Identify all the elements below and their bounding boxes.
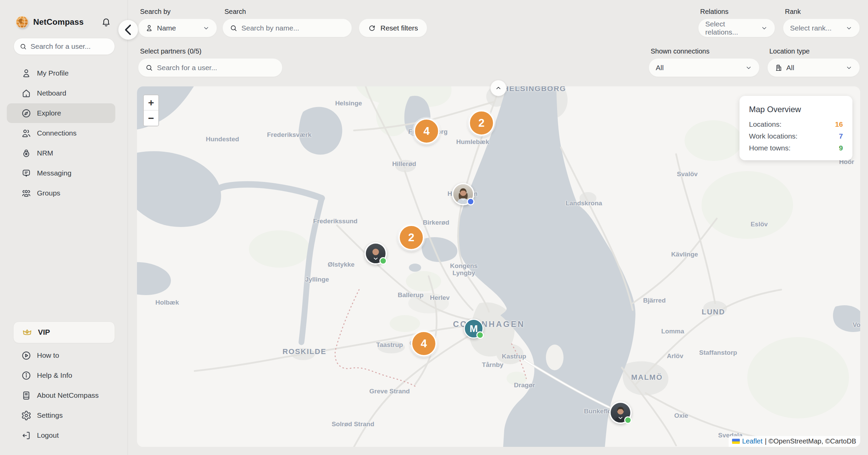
overview-row-value: 16 xyxy=(835,120,843,128)
sidebar-item-label: Messaging xyxy=(37,169,72,177)
map-overview-panel: Map Overview Locations:16Work locations:… xyxy=(739,96,852,160)
zoom-in-button[interactable]: + xyxy=(144,95,158,110)
sidebar-footer-menu: How toHelp & InfoAbout NetCompassSetting… xyxy=(0,345,127,446)
reset-filters-button[interactable]: Reset filters xyxy=(359,19,427,37)
name-search-field[interactable] xyxy=(222,19,352,37)
sidebar-item-my-profile[interactable]: My Profile xyxy=(7,63,115,83)
sidebar-item-nrm[interactable]: NRM xyxy=(7,143,115,163)
chevron-down-icon xyxy=(745,64,752,71)
logo-row: NetCompass xyxy=(0,0,127,29)
sidebar-item-connections[interactable]: Connections xyxy=(7,123,115,143)
chevron-up-icon xyxy=(495,84,502,92)
sidebar-item-settings[interactable]: Settings xyxy=(7,406,115,425)
sidebar-item-label: Netboard xyxy=(37,89,66,97)
cluster-marker[interactable]: 4 xyxy=(411,331,437,356)
leaflet-link[interactable]: Leaflet xyxy=(742,437,763,445)
location-type-badge xyxy=(476,331,484,339)
shown-connections-value: All xyxy=(656,64,664,72)
overview-row-label: Home towns: xyxy=(749,144,791,152)
crown-icon xyxy=(22,327,33,338)
cluster-marker[interactable]: 2 xyxy=(398,225,424,250)
location-type-value: All xyxy=(786,64,794,72)
reset-filters-label: Reset filters xyxy=(380,24,418,32)
relations-placeholder: Select relations... xyxy=(705,20,757,36)
gear-icon xyxy=(21,410,32,421)
cluster-marker[interactable]: 4 xyxy=(414,118,439,144)
sidebar-search-input[interactable] xyxy=(31,42,109,50)
sidebar-item-how-to[interactable]: How to xyxy=(7,346,115,365)
user-avatar-marker[interactable] xyxy=(364,242,387,265)
attribution-text: | ©OpenStreetMap, ©CartoDB xyxy=(765,437,856,445)
overview-row: Home towns:9 xyxy=(749,144,843,152)
location-type-label: Location type xyxy=(769,47,860,55)
location-type-badge xyxy=(624,416,632,424)
location-type-select[interactable]: All xyxy=(767,58,860,77)
sidebar-item-messaging[interactable]: Messaging xyxy=(7,163,115,183)
user-avatar-marker[interactable] xyxy=(452,183,474,205)
sidebar-item-label: How to xyxy=(37,351,59,359)
overview-row-value: 9 xyxy=(839,144,843,152)
filter-bar: Search by Name Search Reset filters xyxy=(128,0,868,77)
home-icon xyxy=(21,88,32,99)
sidebar-item-netboard[interactable]: Netboard xyxy=(7,83,115,103)
sidebar-item-about-netcompass[interactable]: About NetCompass xyxy=(7,386,115,405)
person-icon xyxy=(145,24,153,32)
search-by-select[interactable]: Name xyxy=(138,19,217,37)
messaging-icon xyxy=(21,168,32,179)
play-icon xyxy=(21,350,32,361)
sidebar-item-label: Help & Info xyxy=(37,371,72,379)
shown-connections-label: Shown connections xyxy=(651,47,760,55)
zoom-out-button[interactable]: − xyxy=(144,110,158,126)
building-icon xyxy=(774,64,783,72)
search-by-value: Name xyxy=(157,24,176,32)
overview-row: Locations:16 xyxy=(749,120,843,128)
sidebar-item-label: My Profile xyxy=(37,69,68,77)
sidebar-item-label: Logout xyxy=(37,431,59,439)
sidebar-collapse-button[interactable] xyxy=(118,20,138,40)
vip-label: VIP xyxy=(38,328,50,337)
sidebar-item-label: Connections xyxy=(37,129,77,137)
groups-icon xyxy=(21,188,32,199)
overview-row-value: 7 xyxy=(839,132,843,140)
partner-search-field[interactable] xyxy=(138,58,282,77)
map-collapse-button[interactable] xyxy=(490,80,507,96)
sidebar-user-search[interactable] xyxy=(14,38,115,55)
logout-icon xyxy=(21,430,32,441)
map-overview-title: Map Overview xyxy=(749,105,843,114)
main-content: Search by Name Search Reset filters xyxy=(128,0,868,455)
user-icon xyxy=(21,68,32,79)
partner-search-input[interactable] xyxy=(157,64,275,72)
cluster-marker[interactable]: 2 xyxy=(469,110,494,136)
sidebar-item-help-info[interactable]: Help & Info xyxy=(7,366,115,385)
sidebar-item-explore[interactable]: Explore xyxy=(7,103,115,123)
sidebar-item-logout[interactable]: Logout xyxy=(7,426,115,445)
overview-row: Work locations:7 xyxy=(749,132,843,140)
overview-row-label: Work locations: xyxy=(749,132,797,140)
map[interactable]: HELSINGBORGHelsingeFredensborgFrederiksv… xyxy=(137,86,860,447)
sidebar-item-label: Settings xyxy=(37,411,63,419)
ukraine-flag-icon xyxy=(732,439,740,444)
chevron-left-icon xyxy=(118,20,138,40)
connections-icon xyxy=(21,128,32,139)
map-attribution: Leaflet | ©OpenStreetMap, ©CartoDB xyxy=(729,436,860,447)
user-avatar-marker[interactable] xyxy=(609,401,632,424)
location-type-badge xyxy=(467,198,474,205)
sidebar-menu: My ProfileNetboardExploreConnectionsNRMM… xyxy=(0,63,127,203)
app-title: NetCompass xyxy=(33,17,84,27)
rank-select[interactable]: Select rank... xyxy=(783,19,860,37)
notifications-bell-icon[interactable] xyxy=(101,17,111,27)
chevron-down-icon xyxy=(845,64,853,71)
initial-avatar-marker[interactable]: M xyxy=(464,319,484,338)
sidebar-item-groups[interactable]: Groups xyxy=(7,183,115,203)
name-search-input[interactable] xyxy=(241,24,345,32)
nrm-icon xyxy=(21,148,32,159)
relations-select[interactable]: Select relations... xyxy=(698,19,775,37)
netcompass-logo-icon xyxy=(15,15,29,29)
chevron-down-icon xyxy=(761,24,768,32)
chevron-down-icon xyxy=(202,24,210,32)
shown-connections-select[interactable]: All xyxy=(649,58,760,77)
search-icon xyxy=(145,64,153,72)
sidebar-item-vip[interactable]: VIP xyxy=(13,322,115,343)
search-icon xyxy=(230,24,238,32)
search-icon xyxy=(19,43,27,50)
